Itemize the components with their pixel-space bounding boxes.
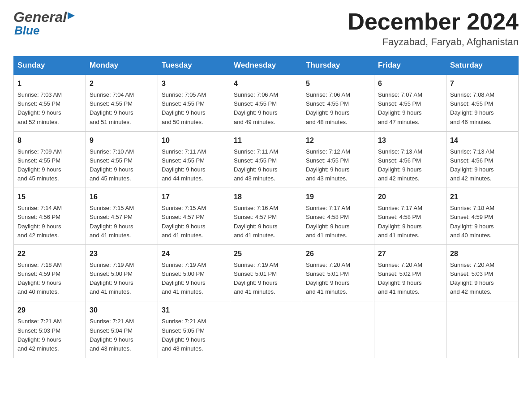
day-number: 2 — [90, 78, 154, 89]
day-number: 24 — [162, 248, 226, 259]
day-info: Sunrise: 7:07 AMSunset: 4:55 PMDaylight:… — [378, 91, 422, 125]
col-header-saturday: Saturday — [446, 56, 519, 75]
month-title: December 2024 — [348, 9, 519, 34]
day-info: Sunrise: 7:17 AMSunset: 4:58 PMDaylight:… — [378, 205, 422, 238]
day-info: Sunrise: 7:12 AMSunset: 4:55 PMDaylight:… — [306, 148, 350, 182]
day-info: Sunrise: 7:11 AMSunset: 4:55 PMDaylight:… — [234, 148, 278, 182]
col-header-monday: Monday — [86, 56, 158, 75]
day-number: 25 — [234, 248, 298, 259]
day-number: 30 — [90, 305, 154, 316]
day-number: 5 — [306, 78, 370, 89]
calendar-cell: 7Sunrise: 7:08 AMSunset: 4:55 PMDaylight… — [446, 75, 519, 132]
day-number: 23 — [90, 248, 154, 259]
day-info: Sunrise: 7:03 AMSunset: 4:55 PMDaylight:… — [17, 91, 62, 125]
day-info: Sunrise: 7:06 AMSunset: 4:55 PMDaylight:… — [234, 91, 278, 125]
day-info: Sunrise: 7:06 AMSunset: 4:55 PMDaylight:… — [306, 91, 350, 125]
day-number: 6 — [378, 78, 442, 89]
day-info: Sunrise: 7:13 AMSunset: 4:56 PMDaylight:… — [378, 148, 422, 182]
day-info: Sunrise: 7:18 AMSunset: 4:59 PMDaylight:… — [450, 205, 494, 238]
day-info: Sunrise: 7:19 AMSunset: 5:01 PMDaylight:… — [234, 261, 278, 295]
day-number: 3 — [162, 78, 226, 89]
calendar-week-row: 1Sunrise: 7:03 AMSunset: 4:55 PMDaylight… — [14, 75, 519, 132]
day-info: Sunrise: 7:21 AMSunset: 5:05 PMDaylight:… — [162, 318, 206, 351]
day-info: Sunrise: 7:21 AMSunset: 5:04 PMDaylight:… — [90, 318, 134, 351]
day-number: 27 — [378, 248, 442, 259]
day-number: 21 — [450, 192, 515, 202]
day-number: 17 — [162, 192, 226, 202]
day-number: 9 — [90, 135, 154, 146]
calendar-cell: 29Sunrise: 7:21 AMSunset: 5:03 PMDayligh… — [14, 301, 86, 358]
day-number: 1 — [17, 78, 82, 89]
location-title: Fayzabad, Faryab, Afghanistan — [348, 36, 519, 48]
calendar-cell: 21Sunrise: 7:18 AMSunset: 4:59 PMDayligh… — [446, 188, 519, 245]
day-number: 22 — [17, 248, 82, 259]
page-header: General Blue December 2024 Fayzabad, Far… — [13, 9, 519, 48]
day-info: Sunrise: 7:15 AMSunset: 4:57 PMDaylight:… — [90, 205, 134, 238]
day-info: Sunrise: 7:11 AMSunset: 4:55 PMDaylight:… — [162, 148, 206, 182]
day-info: Sunrise: 7:04 AMSunset: 4:55 PMDaylight:… — [90, 91, 134, 125]
day-info: Sunrise: 7:05 AMSunset: 4:55 PMDaylight:… — [162, 91, 206, 125]
calendar-cell: 26Sunrise: 7:20 AMSunset: 5:01 PMDayligh… — [302, 244, 374, 301]
col-header-friday: Friday — [374, 56, 446, 75]
calendar-cell: 3Sunrise: 7:05 AMSunset: 4:55 PMDaylight… — [158, 75, 230, 132]
day-number: 4 — [234, 78, 298, 89]
logo-flag-icon — [68, 12, 75, 21]
day-info: Sunrise: 7:19 AMSunset: 5:00 PMDaylight:… — [90, 261, 134, 295]
calendar-cell — [302, 301, 374, 358]
day-number: 31 — [162, 305, 226, 316]
calendar-cell: 24Sunrise: 7:19 AMSunset: 5:00 PMDayligh… — [158, 244, 230, 301]
calendar-cell: 14Sunrise: 7:13 AMSunset: 4:56 PMDayligh… — [446, 131, 519, 188]
day-number: 13 — [378, 135, 442, 146]
calendar-cell: 5Sunrise: 7:06 AMSunset: 4:55 PMDaylight… — [302, 75, 374, 132]
day-number: 10 — [162, 135, 226, 146]
day-info: Sunrise: 7:20 AMSunset: 5:02 PMDaylight:… — [378, 261, 422, 295]
day-number: 16 — [90, 192, 154, 202]
calendar-cell: 17Sunrise: 7:15 AMSunset: 4:57 PMDayligh… — [158, 188, 230, 245]
day-number: 18 — [234, 192, 298, 202]
calendar-cell — [230, 301, 302, 358]
calendar-cell: 19Sunrise: 7:17 AMSunset: 4:58 PMDayligh… — [302, 188, 374, 245]
calendar-cell: 8Sunrise: 7:09 AMSunset: 4:55 PMDaylight… — [14, 131, 86, 188]
title-area: December 2024 Fayzabad, Faryab, Afghanis… — [348, 9, 519, 48]
day-info: Sunrise: 7:20 AMSunset: 5:01 PMDaylight:… — [306, 261, 350, 295]
col-header-wednesday: Wednesday — [230, 56, 302, 75]
day-number: 7 — [450, 78, 515, 89]
day-info: Sunrise: 7:14 AMSunset: 4:56 PMDaylight:… — [17, 205, 62, 238]
day-info: Sunrise: 7:18 AMSunset: 4:59 PMDaylight:… — [17, 261, 62, 295]
calendar-cell: 20Sunrise: 7:17 AMSunset: 4:58 PMDayligh… — [374, 188, 446, 245]
calendar-cell — [446, 301, 519, 358]
day-info: Sunrise: 7:13 AMSunset: 4:56 PMDaylight:… — [450, 148, 494, 182]
calendar-cell: 27Sunrise: 7:20 AMSunset: 5:02 PMDayligh… — [374, 244, 446, 301]
calendar-cell: 12Sunrise: 7:12 AMSunset: 4:55 PMDayligh… — [302, 131, 374, 188]
calendar-cell: 18Sunrise: 7:16 AMSunset: 4:57 PMDayligh… — [230, 188, 302, 245]
day-info: Sunrise: 7:16 AMSunset: 4:57 PMDaylight:… — [234, 205, 278, 238]
calendar-cell: 16Sunrise: 7:15 AMSunset: 4:57 PMDayligh… — [86, 188, 158, 245]
calendar-cell: 22Sunrise: 7:18 AMSunset: 4:59 PMDayligh… — [14, 244, 86, 301]
logo-general-text: General — [13, 9, 67, 26]
calendar-week-row: 15Sunrise: 7:14 AMSunset: 4:56 PMDayligh… — [14, 188, 519, 245]
day-number: 11 — [234, 135, 298, 146]
calendar-cell: 28Sunrise: 7:20 AMSunset: 5:03 PMDayligh… — [446, 244, 519, 301]
day-number: 8 — [17, 135, 82, 146]
calendar-cell: 11Sunrise: 7:11 AMSunset: 4:55 PMDayligh… — [230, 131, 302, 188]
calendar-week-row: 29Sunrise: 7:21 AMSunset: 5:03 PMDayligh… — [14, 301, 519, 358]
calendar-cell: 13Sunrise: 7:13 AMSunset: 4:56 PMDayligh… — [374, 131, 446, 188]
calendar-week-row: 8Sunrise: 7:09 AMSunset: 4:55 PMDaylight… — [14, 131, 519, 188]
day-info: Sunrise: 7:15 AMSunset: 4:57 PMDaylight:… — [162, 205, 206, 238]
calendar-cell — [374, 301, 446, 358]
calendar-cell: 9Sunrise: 7:10 AMSunset: 4:55 PMDaylight… — [86, 131, 158, 188]
logo-blue-text: Blue — [14, 24, 39, 38]
logo: General Blue — [13, 9, 76, 38]
day-info: Sunrise: 7:09 AMSunset: 4:55 PMDaylight:… — [17, 148, 62, 182]
calendar-header-row: SundayMondayTuesdayWednesdayThursdayFrid… — [14, 56, 519, 75]
col-header-tuesday: Tuesday — [158, 56, 230, 75]
day-info: Sunrise: 7:10 AMSunset: 4:55 PMDaylight:… — [90, 148, 134, 182]
day-number: 15 — [17, 192, 82, 202]
col-header-thursday: Thursday — [302, 56, 374, 75]
calendar-cell: 25Sunrise: 7:19 AMSunset: 5:01 PMDayligh… — [230, 244, 302, 301]
calendar-cell: 31Sunrise: 7:21 AMSunset: 5:05 PMDayligh… — [158, 301, 230, 358]
day-number: 12 — [306, 135, 370, 146]
day-info: Sunrise: 7:17 AMSunset: 4:58 PMDaylight:… — [306, 205, 350, 238]
day-info: Sunrise: 7:19 AMSunset: 5:00 PMDaylight:… — [162, 261, 206, 295]
col-header-sunday: Sunday — [14, 56, 86, 75]
